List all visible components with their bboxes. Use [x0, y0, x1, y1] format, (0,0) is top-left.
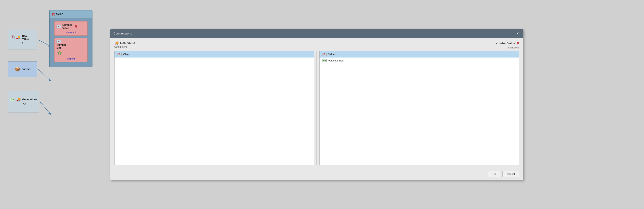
real-value-r-icon: R [11, 36, 14, 39]
generations-node[interactable]: N+ 🚚 Generations 100 [8, 91, 39, 112]
svg-line-2 [40, 102, 51, 114]
dialog-right-title: Number Value [496, 42, 515, 45]
output-port-ir-icon: IR [117, 53, 122, 56]
ports-divider [316, 51, 318, 165]
real-value-label: Real Value [22, 35, 34, 40]
output-port-object-label: Object [123, 53, 131, 56]
ok-button[interactable]: Ok [488, 171, 500, 177]
number-map-label: Map #1 [56, 57, 85, 60]
dialog-input-ports-label: Input ports [508, 46, 519, 49]
input-port-value-label: Value [328, 53, 334, 56]
number-map-ir-icon: IR [56, 40, 61, 43]
number-map-icon: ✿ [57, 50, 62, 56]
number-value-title2: Value [62, 27, 72, 30]
svg-line-1 [38, 69, 51, 81]
number-value-heart-icon: ♥ [74, 24, 78, 30]
input-port-value-number[interactable]: N+ Value Number [320, 58, 519, 64]
number-value-label: Value #1 [56, 31, 85, 34]
format-label: Format [22, 68, 30, 71]
real-value-node[interactable]: R 🚚 Real Value 1 [8, 30, 38, 50]
dialog-window: Connect ports ✕ 🚚 Real Value Output port… [110, 29, 524, 180]
pi-icon: π [52, 12, 55, 17]
input-port-value-number-label: Value Number [328, 59, 344, 62]
real-value-value: 1 [22, 42, 24, 45]
number-value-ir-icon: IR [56, 25, 61, 28]
connect-ports-dialog: Connect ports ✕ 🚚 Real Value Output port… [110, 29, 524, 180]
cancel-button[interactable]: Cancel [502, 171, 519, 177]
seed-title: Seed [56, 13, 64, 16]
output-port-object[interactable]: IR Object [114, 51, 314, 58]
generations-truck-icon: 🚚 [16, 97, 21, 102]
dialog-left-header: 🚚 Real Value Output ports [114, 41, 135, 48]
seed-container: π Seed IR Number Value ♥ Value #1 IR Num… [49, 10, 92, 67]
input-port-n-icon: N+ [322, 59, 326, 62]
dialog-footer: Ok Cancel [110, 169, 523, 180]
dialog-titlebar: Connect ports ✕ [110, 29, 523, 38]
format-node[interactable]: 📦 Format [8, 61, 38, 77]
number-map-title2: Map [56, 46, 66, 50]
generations-row: N+ 🚚 Generations [10, 97, 37, 102]
dialog-left-title: Real Value [120, 41, 135, 45]
dialog-ports-row: IR Object IR Value N+ Value Number [114, 51, 519, 165]
dialog-body: 🚚 Real Value Output ports Number Value ♥… [110, 38, 523, 169]
number-value-header: IR Number Value ♥ [56, 24, 78, 30]
number-value-dialog-heart-icon: ♥ [517, 41, 519, 46]
real-value-truck-icon: 🚚 [16, 35, 20, 40]
dialog-right-header: Number Value ♥ Input ports [496, 41, 519, 49]
real-value-row: R 🚚 Real Value [11, 35, 34, 40]
generations-value: 100 [21, 103, 26, 106]
real-value-dialog-truck-icon: 🚚 [114, 41, 119, 45]
dialog-header-row: 🚚 Real Value Output ports Number Value ♥… [114, 41, 519, 49]
svg-line-0 [38, 40, 51, 47]
number-map-title1: Number [56, 43, 66, 47]
number-map-header: IR Number Map ✿ [56, 40, 66, 56]
input-ports-panel: IR Value N+ Value Number [319, 51, 519, 165]
dialog-close-button[interactable]: ✕ [515, 31, 520, 36]
generations-label: Generations [22, 98, 37, 101]
number-map-block[interactable]: IR Number Map ✿ Map #1 [54, 38, 88, 62]
generations-n-icon: N+ [10, 98, 15, 101]
canvas-area: π Seed IR Number Value ♥ Value #1 IR Num… [4, 8, 98, 201]
number-value-title1: Number [62, 24, 72, 27]
input-port-value[interactable]: IR Value [320, 51, 519, 58]
format-row: 📦 Format [15, 67, 30, 72]
input-port-ir-icon: IR [322, 53, 326, 56]
output-ports-panel: IR Object [114, 51, 314, 165]
number-value-block[interactable]: IR Number Value ♥ Value #1 [54, 21, 88, 36]
dialog-title: Connect ports [114, 32, 132, 35]
format-box-icon: 📦 [15, 67, 20, 72]
seed-title-bar: π Seed [50, 11, 92, 18]
dialog-output-ports-label: Output ports [114, 46, 135, 48]
